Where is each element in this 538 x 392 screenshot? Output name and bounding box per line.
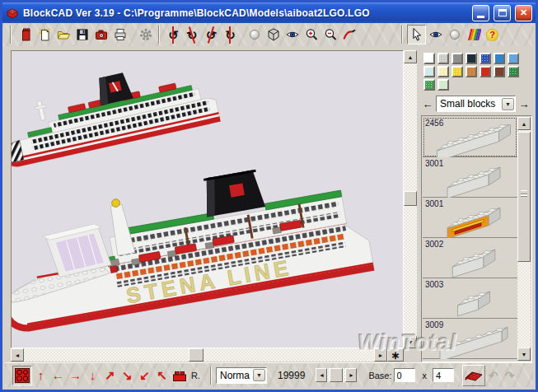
move-up-left-button[interactable]: ↖ <box>153 366 171 385</box>
step-right-button[interactable]: ► <box>345 368 357 382</box>
color-swatch[interactable] <box>494 66 505 77</box>
rotate-right-button[interactable]: ↻ <box>221 25 240 44</box>
part-item[interactable]: 3009 <box>423 319 517 359</box>
multicolor-button[interactable] <box>464 25 483 44</box>
scrollbar-track[interactable] <box>517 130 531 348</box>
rotate-x-down-icon: ↺ <box>204 27 218 42</box>
pointer-tool-button[interactable] <box>407 25 426 44</box>
prev-category-button[interactable]: ← <box>422 99 433 110</box>
dropdown-button[interactable]: ▼ <box>502 98 514 110</box>
arrow-left-icon: ◄ <box>15 352 21 358</box>
color-swatch[interactable] <box>508 66 519 77</box>
draw-curve-button[interactable] <box>339 25 358 44</box>
undo-button[interactable]: ↶ <box>489 369 498 382</box>
zoom-out-button[interactable] <box>320 25 339 44</box>
step-scrollbar[interactable]: ◄ ► <box>316 368 357 382</box>
color-swatch[interactable] <box>451 66 463 77</box>
part-item[interactable]: 3010 <box>423 359 517 361</box>
move-down-right-button[interactable]: ↘ <box>119 366 136 385</box>
part-item[interactable]: 3002 <box>423 238 517 278</box>
category-dropdown[interactable]: Small blocks ▼ <box>436 96 516 112</box>
model-viewport[interactable]: STENA LINE <box>11 50 404 348</box>
color-swatch[interactable] <box>437 53 449 64</box>
scrollbar-thumb[interactable] <box>404 191 417 206</box>
color-swatch[interactable] <box>465 66 477 77</box>
next-category-button[interactable]: → <box>518 99 530 110</box>
scroll-up-button[interactable]: ▲ <box>404 50 417 63</box>
part-item[interactable]: 3001 <box>423 157 517 198</box>
center-view-button[interactable]: ∗ <box>387 348 404 362</box>
color-swatch[interactable] <box>423 66 435 77</box>
color-swatch[interactable] <box>480 53 491 64</box>
scrollbar-track[interactable] <box>24 348 374 362</box>
camera-icon <box>94 27 109 42</box>
red-curve-icon <box>342 27 357 42</box>
snapshot-button[interactable] <box>91 25 110 44</box>
help-button[interactable]: ? <box>483 25 502 44</box>
scroll-down-button[interactable]: ▼ <box>517 348 531 361</box>
color-swatch[interactable] <box>508 53 519 64</box>
scrollbar-thumb[interactable] <box>189 348 204 362</box>
rotate-down-button[interactable]: ↺ <box>202 25 221 44</box>
parts-scrollbar[interactable]: ▲ ▼ <box>517 117 531 361</box>
maximize-button[interactable] <box>494 5 511 21</box>
new-file-button[interactable] <box>35 25 54 44</box>
move-right-button[interactable]: → <box>67 366 84 385</box>
chevron-down-icon: ▼ <box>256 372 262 378</box>
show-eye-button[interactable] <box>426 25 445 44</box>
viewport-horizontal-scrollbar[interactable]: ◄ ► <box>11 348 387 362</box>
scrollbar-thumb[interactable] <box>517 132 531 262</box>
color-swatch[interactable] <box>437 79 449 91</box>
dropdown-button[interactable]: ▼ <box>253 369 265 381</box>
zoom-in-button[interactable] <box>302 25 320 44</box>
color-swatch[interactable] <box>423 53 435 64</box>
scrollbar-track[interactable] <box>404 63 417 335</box>
render-mode-dropdown[interactable]: Norma ▼ <box>216 367 267 384</box>
move-down-left-button[interactable]: ↙ <box>136 366 153 385</box>
move-left-button[interactable]: ← <box>49 366 67 385</box>
rotate-left-button[interactable]: ↺ <box>164 25 183 44</box>
move-up-button[interactable]: ↑ <box>32 366 49 385</box>
base-depth-input[interactable] <box>433 368 454 382</box>
base-width-input[interactable] <box>394 368 415 382</box>
scrollbar-thumb[interactable] <box>330 368 343 382</box>
title-bar[interactable]: BlockCAD Ver 3.19 - C:\Programme\BlockCA… <box>2 2 536 23</box>
render-mode-value: Norma <box>220 370 250 381</box>
shading-sphere-button[interactable] <box>445 25 464 44</box>
scrollbar-track[interactable] <box>327 368 345 382</box>
move-down-button[interactable]: ↓ <box>84 366 101 385</box>
rotate-up-button[interactable]: ↻ <box>183 25 202 44</box>
move-up-right-button[interactable]: ↗ <box>101 366 119 385</box>
open-file-button[interactable] <box>54 25 73 44</box>
viewport-vertical-scrollbar[interactable]: ▲ ▼ <box>404 50 417 348</box>
close-button[interactable]: ✕ <box>515 5 532 21</box>
color-swatch[interactable] <box>451 53 463 64</box>
settings-button[interactable] <box>136 25 155 44</box>
step-left-button[interactable]: ◄ <box>316 368 327 382</box>
scroll-up-button[interactable]: ▲ <box>517 117 531 130</box>
view-eye-button[interactable] <box>283 25 302 44</box>
scroll-right-button[interactable]: ► <box>374 348 387 362</box>
part-item[interactable]: 2456 <box>423 117 517 157</box>
save-button[interactable] <box>73 25 91 44</box>
color-swatch[interactable] <box>423 79 435 91</box>
wireframe-button[interactable] <box>264 25 283 44</box>
insert-brick-button[interactable] <box>171 366 188 385</box>
render-sphere-button[interactable] <box>245 25 264 44</box>
scroll-down-button[interactable]: ▼ <box>404 335 417 348</box>
arrow-down-icon: ▼ <box>408 339 414 345</box>
printer-icon <box>113 27 128 42</box>
color-swatch[interactable] <box>465 53 477 64</box>
brick-mode-button[interactable] <box>16 25 35 44</box>
part-item[interactable]: 3003 <box>423 278 517 319</box>
color-swatch[interactable] <box>437 66 449 77</box>
place-brick-button[interactable] <box>12 366 32 385</box>
part-item[interactable]: 3001 <box>423 198 517 238</box>
color-swatch[interactable] <box>494 53 505 64</box>
redo-button[interactable]: ↷ <box>505 369 515 382</box>
minimize-button[interactable] <box>472 5 489 21</box>
color-swatch[interactable] <box>480 66 491 77</box>
print-button[interactable] <box>110 25 129 44</box>
scroll-left-button[interactable]: ◄ <box>11 348 24 362</box>
baseplate-button[interactable] <box>462 365 485 386</box>
